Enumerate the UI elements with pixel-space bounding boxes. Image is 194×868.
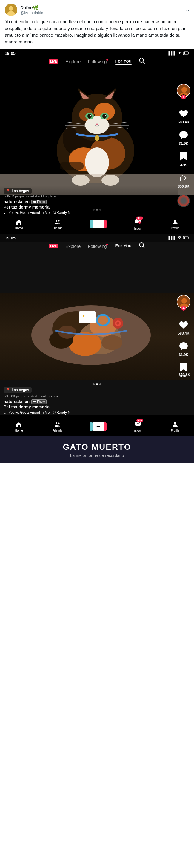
slide-dots-2 — [4, 382, 190, 387]
creator-avatar-2[interactable]: + — [177, 295, 190, 309]
bookmarks-count-1: 43K — [180, 163, 187, 167]
nav-profile-1[interactable]: Profile — [171, 218, 179, 230]
video-title-1: Pet taxidermy memorial — [4, 205, 174, 209]
nav-live-2[interactable]: LIVE — [49, 244, 58, 248]
nav-explore-2[interactable]: Explore — [65, 244, 81, 249]
friends-label-1: Friends — [52, 226, 62, 230]
friends-label-2: Friends — [52, 429, 62, 432]
tiktok-screen-1: 19:05 ▌▌▌ — [0, 49, 194, 234]
plus-button-2[interactable]: + — [92, 422, 105, 431]
likes-count-2: 683.4K — [178, 331, 190, 335]
nav-following-1[interactable]: Following — [88, 59, 108, 64]
svg-point-50 — [174, 220, 176, 222]
bottom-nav-2: Home Friends + — [0, 417, 194, 436]
twitter-post: Dafne🌿 @MsInefable ··· Yo entiendo lo de… — [0, 0, 194, 49]
nav-plus-1[interactable]: + — [92, 220, 105, 228]
shares-group-1[interactable]: 350.8K — [177, 172, 190, 189]
page-footer: GATO MUERTO La mejor forma de recordarlo — [0, 436, 194, 463]
location-badge-2[interactable]: 📍 Las Vegas — [4, 387, 32, 393]
follow-plus-icon-2[interactable]: + — [181, 306, 186, 311]
svg-point-47 — [56, 220, 57, 222]
bookmarks-group-2[interactable]: 43K — [177, 362, 190, 378]
follow-plus-icon[interactable]: + — [181, 94, 186, 100]
nav-explore-1[interactable]: Explore — [65, 59, 81, 64]
tweet-header: Dafne🌿 @MsInefable ··· — [5, 4, 189, 16]
nav-friends-1[interactable]: Friends — [52, 218, 62, 230]
home-label-2: Home — [15, 429, 23, 432]
bookmark-button-2[interactable] — [177, 362, 190, 374]
nav-live-1[interactable]: LIVE — [49, 59, 58, 64]
like-button-1[interactable] — [177, 107, 190, 119]
svg-point-77 — [174, 422, 176, 425]
svg-point-71 — [182, 298, 187, 304]
comment-button-2[interactable] — [177, 340, 190, 352]
comments-group-2[interactable]: 31.9K — [177, 340, 190, 357]
location-sub-2: 745.0K people posted about this place — [5, 394, 190, 398]
nav-following-2[interactable]: Following — [88, 244, 108, 249]
photo-badge-1: Photo — [31, 199, 47, 204]
svg-point-75 — [56, 423, 57, 424]
inbox-badge-2: 99+ — [136, 419, 143, 423]
music-disc-1[interactable] — [177, 194, 190, 207]
nav-inbox-1[interactable]: 99+ Inbox — [134, 218, 141, 230]
comments-count-2: 31.9K — [179, 353, 188, 357]
plus-button-1[interactable]: + — [92, 220, 105, 228]
svg-point-1 — [9, 6, 13, 11]
share-button-1[interactable] — [177, 172, 190, 184]
nav-inbox-2[interactable]: 99+ Inbox — [134, 420, 141, 433]
svg-point-24 — [87, 114, 92, 119]
nav-search-2[interactable] — [139, 242, 145, 250]
svg-rect-40 — [60, 162, 84, 170]
location-badge-1[interactable]: 📍 Las Vegas — [4, 188, 32, 194]
inbox-label-2: Inbox — [134, 430, 141, 433]
creator-avatar-1[interactable]: + — [177, 84, 190, 97]
nav-profile-2[interactable]: Profile — [171, 421, 179, 432]
nav-for-you-1[interactable]: For You — [115, 58, 132, 65]
nav-home-1[interactable]: Home — [15, 218, 23, 230]
nav-for-you-2[interactable]: For You — [115, 243, 132, 249]
tweet-text: Yo entiendo lo de que cada uno lleva el … — [5, 19, 189, 45]
svg-point-46 — [34, 202, 35, 202]
svg-point-26 — [90, 115, 91, 116]
flat-cat-video: ✋ — [0, 293, 194, 380]
profile-label-1: Profile — [171, 226, 179, 230]
music-note-icon-1: ♫ — [4, 210, 7, 215]
tweet-user: Dafne🌿 @MsInefable — [5, 4, 43, 16]
likes-group-2[interactable]: 683.4K — [177, 319, 190, 335]
likes-group-1[interactable]: 683.4K — [177, 107, 190, 124]
location-name-1: Las Vegas — [11, 189, 29, 193]
nav-search-1[interactable] — [139, 58, 145, 65]
tweet-options[interactable]: ··· — [184, 6, 189, 13]
svg-point-76 — [58, 423, 60, 424]
bookmarks-count-2: 43K — [180, 374, 187, 378]
comments-count-1: 31.9K — [179, 142, 188, 146]
bookmark-button-1[interactable] — [177, 150, 190, 162]
video-info-1: 📍 Las Vegas 745.0K people posted about t… — [0, 186, 177, 217]
like-button-2[interactable] — [177, 319, 190, 331]
nav-plus-2[interactable]: + — [92, 422, 105, 431]
username-1[interactable]: naturesfallen — [4, 199, 30, 204]
music-row-2: ♫ You've Got a Friend in Me - @Randy N..… — [4, 410, 190, 415]
top-nav-2: LIVE Explore Following For You — [0, 234, 194, 253]
comment-button-1[interactable] — [177, 129, 190, 141]
shares-count-1: 350.8K — [178, 184, 190, 189]
dot-2-1 — [93, 383, 94, 385]
svg-point-62 — [102, 335, 122, 350]
username-row-1: naturesfallen Photo — [4, 199, 174, 204]
svg-point-27 — [105, 115, 106, 116]
bookmarks-group-1[interactable]: 43K — [177, 150, 190, 167]
nav-home-2[interactable]: Home — [15, 421, 23, 432]
tiktok-screen-2: 19:05 ▌▌▌ — [0, 234, 194, 436]
profile-label-2: Profile — [171, 429, 179, 432]
dot-2-2 — [96, 383, 98, 385]
music-text-1: You've Got a Friend in Me - @Randy N... — [9, 211, 74, 215]
comments-group-1[interactable]: 31.9K — [177, 129, 190, 146]
username-row-2: naturesfallen Photo — [4, 399, 190, 404]
flat-cat-svg: ✋ — [7, 293, 187, 371]
likes-count-1: 683.4K — [178, 120, 190, 124]
right-sidebar-2: + 683.4K 31.9K — [177, 295, 190, 378]
nav-friends-2[interactable]: Friends — [52, 421, 62, 432]
photo-badge-2: Photo — [31, 399, 47, 404]
svg-point-15 — [85, 148, 109, 177]
username-2[interactable]: naturesfallen — [4, 399, 30, 404]
